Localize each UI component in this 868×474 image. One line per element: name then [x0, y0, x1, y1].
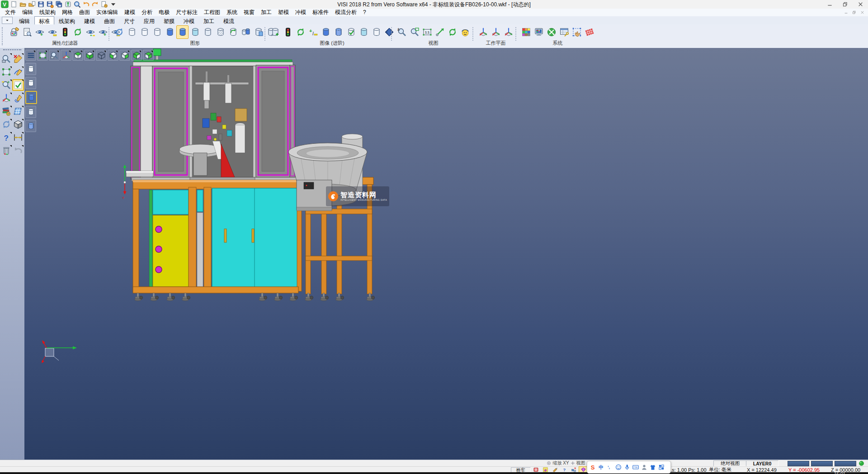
menu-item[interactable]: 实体编辑 [93, 9, 121, 16]
ime-person-icon[interactable] [640, 463, 648, 472]
save-as-icon[interactable] [46, 0, 54, 8]
zoom-pm-icon[interactable]: + [0, 79, 12, 91]
sel-box-icon[interactable] [0, 66, 12, 78]
ribbon-tab[interactable]: 尺寸 [119, 16, 139, 24]
sys-colors-icon[interactable] [520, 25, 532, 39]
cyl-stripe-icon[interactable] [25, 120, 36, 132]
view-smiley-icon[interactable] [459, 25, 471, 39]
redo-icon[interactable] [91, 0, 99, 8]
color-swatch[interactable] [788, 461, 809, 466]
workplane-iso-icon[interactable] [61, 50, 71, 61]
menu-item[interactable]: 模流分析 [332, 9, 360, 16]
cyl-stripe-icon[interactable] [332, 25, 344, 39]
check-box-icon[interactable] [12, 79, 24, 91]
refresh-gfx-icon[interactable] [113, 25, 125, 39]
ime-skin-icon[interactable] [649, 463, 657, 472]
vp-menu-icon[interactable] [25, 50, 36, 61]
preview-icon[interactable] [73, 0, 81, 8]
minimize-button[interactable] [822, 0, 837, 9]
menu-item[interactable]: ? [360, 9, 369, 16]
menu-item[interactable]: 标准件 [309, 9, 332, 16]
cyl-hatch-icon[interactable] [214, 25, 226, 39]
ribbon-tab[interactable]: 建模 [80, 16, 99, 24]
cube-front-icon[interactable] [131, 50, 142, 61]
save-icon[interactable] [37, 0, 45, 8]
open-folder-icon[interactable] [19, 0, 27, 8]
zoom-all-icon[interactable]: ± [396, 25, 408, 39]
page-filter-icon[interactable] [21, 25, 33, 39]
traffic-light-icon[interactable] [282, 25, 294, 39]
sys-globe-icon[interactable] [545, 25, 557, 39]
close-button[interactable] [853, 0, 868, 9]
view-rotate-icon[interactable] [446, 25, 458, 39]
refresh-filter-icon[interactable] [71, 25, 84, 39]
undo-icon[interactable] [82, 0, 90, 8]
cyl-wire-icon[interactable] [138, 25, 151, 39]
cyl-wire-icon[interactable] [370, 25, 382, 39]
cyl-check-icon[interactable] [345, 25, 357, 39]
eye-plus-icon[interactable]: + [97, 25, 109, 39]
plus-minus-icon[interactable]: +/ [307, 25, 319, 39]
zoom-11-icon[interactable]: 1:1 [421, 25, 433, 39]
color-swatch[interactable] [835, 461, 856, 466]
new-doc-icon[interactable] [10, 0, 18, 8]
cube-left-icon[interactable] [108, 50, 118, 61]
ribbon-tab[interactable]: 线架构 [54, 16, 80, 24]
menu-item[interactable]: 塑模 [275, 9, 292, 16]
mdi-minimize-button[interactable] [842, 9, 850, 16]
traffic-light-icon[interactable] [59, 25, 71, 39]
cyl-cyan-icon[interactable] [189, 25, 201, 39]
export-print-icon[interactable] [64, 0, 72, 8]
cube-top-icon[interactable] [72, 50, 83, 61]
cyl-wire-icon[interactable] [25, 77, 36, 89]
sys-monitor-icon[interactable] [533, 25, 545, 39]
vlogo-icon[interactable]: V [1, 0, 9, 8]
ime-grid-icon[interactable] [657, 463, 665, 472]
grid-pane-icon[interactable] [12, 105, 24, 117]
toolbar-grip[interactable] [3, 49, 21, 51]
eye-plusminus-icon[interactable]: + [84, 25, 96, 39]
ime-mic-icon[interactable] [623, 463, 631, 472]
cyl-green-icon[interactable] [227, 25, 239, 39]
menu-item[interactable]: 编辑 [19, 9, 36, 16]
color-swatch[interactable] [811, 461, 833, 466]
menu-item[interactable]: 建模 [121, 9, 138, 16]
cube-bottom-icon[interactable] [84, 50, 95, 61]
ribbon-tab[interactable]: 应用 [139, 16, 159, 24]
workplane-edge-icon[interactable] [502, 25, 514, 39]
online-status-icon[interactable] [859, 460, 864, 466]
menu-item[interactable]: 线架构 [36, 9, 59, 16]
restore-button[interactable] [837, 0, 853, 9]
cyl-cyan-icon[interactable] [358, 25, 370, 39]
refresh-green-icon[interactable] [294, 25, 307, 39]
menu-item[interactable]: 曲面 [76, 9, 93, 16]
cyl-blue-icon[interactable] [164, 25, 176, 39]
mdi-restore-button[interactable] [850, 9, 858, 16]
menu-item[interactable]: 系统 [223, 9, 241, 16]
cube-gray-icon[interactable] [12, 118, 24, 130]
pencil-spline-icon[interactable] [12, 92, 24, 104]
eye-remove-icon[interactable] [46, 25, 58, 39]
zoom-window-icon[interactable] [408, 25, 420, 39]
zoom-view-icon[interactable] [49, 50, 60, 61]
menu-item[interactable]: 冲模 [292, 9, 309, 16]
cube-right-icon[interactable] [119, 50, 130, 61]
attr-brush-icon[interactable] [8, 25, 20, 39]
ribbon-tab[interactable]: 加工 [199, 16, 219, 24]
attr-books-icon[interactable] [0, 105, 12, 117]
cyl-blue-icon[interactable] [25, 91, 37, 104]
ime-lang-icon[interactable]: 中 [597, 463, 605, 472]
diamond-icon[interactable] [383, 25, 395, 39]
menu-item[interactable]: 电极 [156, 9, 173, 16]
pencil-x-icon[interactable] [12, 53, 24, 65]
view-mode-cell[interactable]: 绝对视图 [713, 460, 747, 466]
cube-wire-icon[interactable] [96, 50, 107, 61]
menu-item[interactable]: 加工 [258, 9, 275, 16]
cyl-clip-icon[interactable] [252, 25, 264, 39]
view-hint[interactable]: 缩放 XY 视图 [542, 460, 590, 465]
mdi-close-button[interactable] [858, 9, 866, 16]
insert-doc-icon[interactable] [28, 0, 36, 8]
dropdown-icon[interactable] [109, 0, 117, 8]
regen-icon[interactable] [0, 118, 12, 130]
menu-item[interactable]: 工程图 [201, 9, 223, 16]
